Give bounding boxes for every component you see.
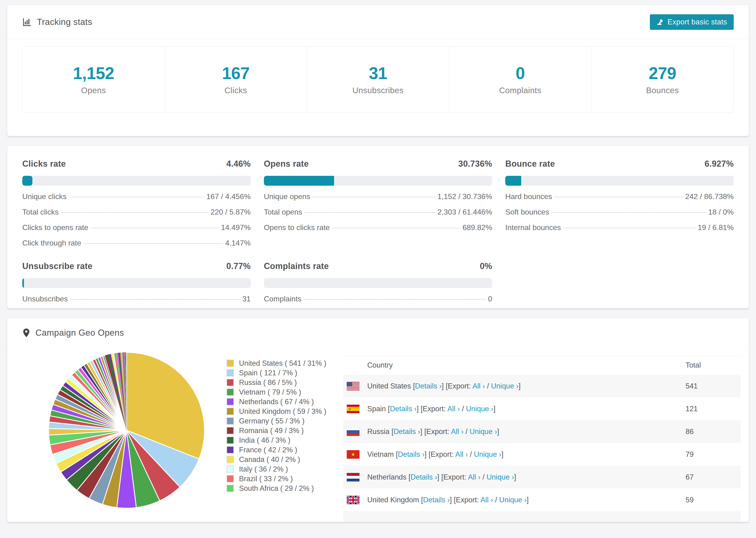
export-basic-stats-button[interactable]: Export basic stats	[650, 14, 734, 30]
rate-row-value: 14.497%	[221, 223, 250, 232]
stat-label: Opens	[81, 86, 106, 95]
export-unique-link[interactable]: Unique ›	[499, 496, 527, 504]
geo-table-row-nl: Netherlands [Details ›] [Export: All › /…	[343, 466, 741, 488]
details-link[interactable]: Details ›	[415, 382, 442, 390]
geo-table-row-partial	[343, 511, 741, 522]
stat-box-unsubscribes: 31Unsubscribes	[307, 46, 449, 112]
details-link[interactable]: Details ›	[390, 405, 417, 413]
rate-row-unsubscribes: Unsubscribes31	[22, 294, 251, 303]
rate-progress-track	[264, 176, 492, 186]
dotted-leader	[304, 212, 435, 213]
rate-value: 30.736%	[458, 159, 492, 169]
rate-row-label: Unique clicks	[22, 192, 67, 201]
legend-label: Romania ( 49 / 3% )	[239, 426, 304, 435]
rate-value: 0%	[480, 261, 492, 271]
legend-item-spain: Spain ( 121 / 7% )	[227, 368, 326, 378]
legend-swatch	[227, 437, 234, 444]
details-link[interactable]: Details ›	[398, 450, 425, 458]
export-unique-link[interactable]: Unique ›	[486, 473, 514, 481]
total-cell: 67	[685, 473, 741, 481]
rate-block-opens-rate: Opens rate30.736%Unique opens1,152 / 30.…	[264, 159, 492, 248]
rates-card: Clicks rate4.46%Unique clicks167 / 4.456…	[7, 145, 749, 308]
rate-row-value: 220 / 5.87%	[211, 207, 251, 217]
rate-row-value: 18 / 0%	[708, 207, 734, 217]
legend-swatch	[227, 379, 234, 386]
dotted-leader	[69, 197, 204, 197]
rate-head: Unsubscribe rate0.77%	[22, 261, 251, 271]
rate-row-label: Total clicks	[22, 207, 59, 217]
export-all-link[interactable]: All ›	[481, 496, 493, 504]
dotted-leader	[552, 212, 706, 213]
rate-progress-track	[22, 176, 251, 186]
export-all-link[interactable]: All ›	[451, 427, 463, 436]
legend-item-romania: Romania ( 49 / 3% )	[227, 426, 326, 435]
export-unique-link[interactable]: Unique ›	[491, 382, 518, 390]
details-link[interactable]: Details ›	[394, 427, 420, 436]
rate-progress-track	[505, 176, 734, 186]
rate-progress-fill	[22, 278, 24, 288]
stats-row: 1,152Opens167Clicks31Unsubscribes0Compla…	[22, 46, 734, 112]
stat-value: 0	[515, 64, 525, 83]
stat-value: 279	[649, 64, 676, 83]
rate-row-internal-bounces: Internal bounces19 / 6.81%	[505, 223, 734, 232]
country-name: United States	[367, 382, 411, 390]
dotted-leader	[83, 243, 223, 244]
country-cell: Vietnam [Details ›] [Export: All › / Uni…	[367, 450, 685, 459]
rate-row-label: Clicks to opens rate	[22, 223, 88, 232]
bar-chart-icon	[22, 17, 32, 27]
country-name: Vietnam	[367, 450, 394, 458]
legend-label: Spain ( 121 / 7% )	[239, 369, 297, 377]
export-all-link[interactable]: All ›	[468, 473, 480, 481]
export-all-link[interactable]: All ›	[447, 405, 460, 413]
rate-row-label: Soft bounces	[505, 207, 549, 217]
rate-title: Clicks rate	[22, 159, 66, 169]
legend-label: Brazil ( 33 / 2% )	[239, 475, 293, 483]
legend-item-netherlands: Netherlands ( 67 / 4% )	[227, 397, 326, 406]
rate-head: Bounce rate6.927%	[505, 159, 734, 169]
rate-row-label: Total opens	[264, 207, 302, 217]
legend-item-united-kingdom: United Kingdom ( 59 / 3% )	[227, 406, 326, 416]
legend-item-south-africa: South Africa ( 29 / 2% )	[227, 484, 326, 493]
stat-value: 31	[369, 64, 387, 83]
export-unique-link[interactable]: Unique ›	[474, 450, 502, 458]
country-name: Russia	[367, 427, 390, 436]
country-cell: Russia [Details ›] [Export: All › / Uniq…	[367, 427, 685, 436]
legend-swatch	[227, 360, 234, 367]
stat-box-bounces: 279Bounces	[591, 46, 733, 112]
rate-row-value: 19 / 6.81%	[698, 223, 734, 232]
legend-item-india: India ( 46 / 3% )	[227, 435, 326, 445]
rate-head: Opens rate30.736%	[264, 159, 492, 169]
pie-legend: United States ( 541 / 31% )Spain ( 121 /…	[227, 358, 326, 493]
legend-item-canada: Canada ( 40 / 2% )	[227, 455, 326, 464]
rate-row-total-opens: Total opens2,303 / 61.446%	[264, 207, 492, 217]
rate-value: 4.46%	[226, 159, 251, 169]
rate-row-label: Opens to clicks rate	[264, 223, 330, 232]
legend-item-germany: Germany ( 55 / 3% )	[227, 416, 326, 426]
pie-chart-svg	[47, 350, 206, 510]
geo-table-header: Country Total	[343, 356, 741, 375]
export-all-link[interactable]: All ›	[472, 382, 485, 390]
export-all-link[interactable]: All ›	[455, 450, 468, 458]
stat-label: Clicks	[225, 86, 247, 95]
country-cell: Netherlands [Details ›] [Export: All › /…	[367, 473, 685, 481]
legend-label: United Kingdom ( 59 / 3% )	[239, 407, 326, 416]
rate-row-value: 1,152 / 30.736%	[437, 192, 492, 201]
details-link[interactable]: Details ›	[423, 496, 450, 504]
legend-item-russia: Russia ( 86 / 5% )	[227, 378, 326, 387]
dotted-leader	[61, 212, 208, 213]
legend-item-united-states: United States ( 541 / 31% )	[227, 358, 326, 368]
rate-progress-track	[22, 278, 251, 288]
details-link[interactable]: Details ›	[411, 473, 437, 481]
export-unique-link[interactable]: Unique ›	[469, 427, 497, 436]
legend-label: South Africa ( 29 / 2% )	[239, 484, 314, 493]
geo-card-title: Campaign Geo Opens	[22, 328, 124, 338]
country-name: Netherlands	[367, 473, 406, 481]
gb-flag-icon	[347, 496, 359, 504]
rate-row-unique-clicks: Unique clicks167 / 4.456%	[22, 192, 251, 201]
export-unique-link[interactable]: Unique ›	[466, 405, 494, 413]
country-name: Spain	[367, 405, 386, 413]
legend-swatch	[227, 465, 234, 473]
stat-box-complaints: 0Complaints	[449, 46, 591, 112]
geo-table-row-us: United States [Details ›] [Export: All ›…	[343, 375, 741, 398]
dotted-leader	[332, 228, 460, 228]
